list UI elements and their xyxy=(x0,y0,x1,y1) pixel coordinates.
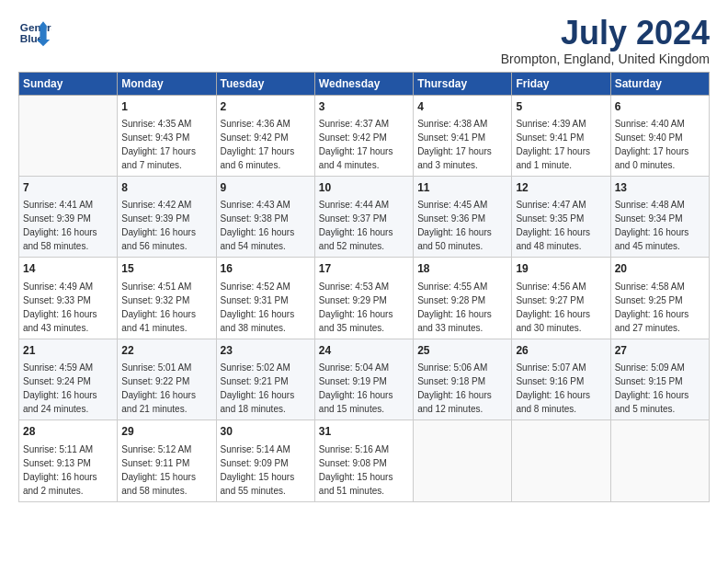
day-info: Sunrise: 5:06 AMSunset: 9:18 PMDaylight:… xyxy=(417,361,507,416)
calendar-cell: 28Sunrise: 5:11 AMSunset: 9:13 PMDayligh… xyxy=(19,420,118,501)
calendar-cell: 17Sunrise: 4:53 AMSunset: 9:29 PMDayligh… xyxy=(314,258,413,339)
day-number: 14 xyxy=(23,261,113,277)
calendar-table: SundayMondayTuesdayWednesdayThursdayFrid… xyxy=(18,72,710,502)
calendar-cell: 19Sunrise: 4:56 AMSunset: 9:27 PMDayligh… xyxy=(512,258,610,339)
day-number: 10 xyxy=(319,180,409,196)
day-info: Sunrise: 4:45 AMSunset: 9:36 PMDaylight:… xyxy=(417,198,507,253)
day-info: Sunrise: 4:44 AMSunset: 9:37 PMDaylight:… xyxy=(319,198,409,253)
day-info: Sunrise: 4:40 AMSunset: 9:40 PMDaylight:… xyxy=(615,117,705,172)
calendar-cell xyxy=(414,420,512,501)
col-header-thursday: Thursday xyxy=(414,72,512,95)
day-info: Sunrise: 5:11 AMSunset: 9:13 PMDaylight:… xyxy=(23,442,113,498)
day-info: Sunrise: 4:53 AMSunset: 9:29 PMDaylight:… xyxy=(319,280,409,335)
day-info: Sunrise: 4:48 AMSunset: 9:34 PMDaylight:… xyxy=(615,198,705,253)
calendar-cell: 6Sunrise: 4:40 AMSunset: 9:40 PMDaylight… xyxy=(610,95,709,176)
calendar-cell: 12Sunrise: 4:47 AMSunset: 9:35 PMDayligh… xyxy=(512,176,610,257)
day-number: 19 xyxy=(516,261,606,277)
logo-icon: General Blue xyxy=(18,15,51,48)
day-info: Sunrise: 4:56 AMSunset: 9:27 PMDaylight:… xyxy=(516,280,606,335)
day-info: Sunrise: 4:43 AMSunset: 9:38 PMDaylight:… xyxy=(221,198,311,253)
title-block: July 2024 Brompton, England, United King… xyxy=(501,15,710,66)
day-info: Sunrise: 5:04 AMSunset: 9:19 PMDaylight:… xyxy=(319,361,409,416)
day-number: 7 xyxy=(23,180,113,196)
day-number: 13 xyxy=(615,180,705,196)
day-number: 5 xyxy=(516,99,606,115)
calendar-cell: 31Sunrise: 5:16 AMSunset: 9:08 PMDayligh… xyxy=(314,420,413,501)
day-number: 1 xyxy=(121,99,211,115)
calendar-cell: 14Sunrise: 4:49 AMSunset: 9:33 PMDayligh… xyxy=(19,258,118,339)
day-number: 6 xyxy=(615,99,705,115)
day-number: 22 xyxy=(121,343,211,359)
calendar-cell: 9Sunrise: 4:43 AMSunset: 9:38 PMDaylight… xyxy=(216,176,314,257)
col-header-friday: Friday xyxy=(512,72,610,95)
day-number: 15 xyxy=(121,261,211,277)
calendar-week-row: 14Sunrise: 4:49 AMSunset: 9:33 PMDayligh… xyxy=(19,258,710,339)
day-info: Sunrise: 5:07 AMSunset: 9:16 PMDaylight:… xyxy=(516,361,606,416)
day-info: Sunrise: 4:37 AMSunset: 9:42 PMDaylight:… xyxy=(319,117,409,172)
calendar-week-row: 1Sunrise: 4:35 AMSunset: 9:43 PMDaylight… xyxy=(19,95,710,176)
day-number: 12 xyxy=(516,180,606,196)
day-info: Sunrise: 4:38 AMSunset: 9:41 PMDaylight:… xyxy=(417,117,507,172)
day-info: Sunrise: 4:51 AMSunset: 9:32 PMDaylight:… xyxy=(121,280,211,335)
calendar-cell: 13Sunrise: 4:48 AMSunset: 9:34 PMDayligh… xyxy=(610,176,709,257)
calendar-cell: 29Sunrise: 5:12 AMSunset: 9:11 PMDayligh… xyxy=(118,420,216,501)
calendar-cell xyxy=(610,420,709,501)
day-number: 27 xyxy=(615,343,705,359)
day-info: Sunrise: 4:58 AMSunset: 9:25 PMDaylight:… xyxy=(615,280,705,335)
col-header-sunday: Sunday xyxy=(19,72,118,95)
calendar-cell: 10Sunrise: 4:44 AMSunset: 9:37 PMDayligh… xyxy=(314,176,413,257)
calendar-cell: 18Sunrise: 4:55 AMSunset: 9:28 PMDayligh… xyxy=(414,258,512,339)
calendar-week-row: 21Sunrise: 4:59 AMSunset: 9:24 PMDayligh… xyxy=(19,339,710,419)
day-info: Sunrise: 5:12 AMSunset: 9:11 PMDaylight:… xyxy=(121,442,211,498)
day-number: 20 xyxy=(615,261,705,277)
calendar-cell: 8Sunrise: 4:42 AMSunset: 9:39 PMDaylight… xyxy=(118,176,216,257)
calendar-cell: 3Sunrise: 4:37 AMSunset: 9:42 PMDaylight… xyxy=(314,95,413,176)
day-info: Sunrise: 5:16 AMSunset: 9:08 PMDaylight:… xyxy=(319,442,409,498)
calendar-cell xyxy=(512,420,610,501)
calendar-cell: 30Sunrise: 5:14 AMSunset: 9:09 PMDayligh… xyxy=(216,420,314,501)
day-number: 9 xyxy=(221,180,311,196)
col-header-saturday: Saturday xyxy=(610,72,709,95)
day-number: 26 xyxy=(516,343,606,359)
calendar-cell: 11Sunrise: 4:45 AMSunset: 9:36 PMDayligh… xyxy=(414,176,512,257)
day-info: Sunrise: 5:02 AMSunset: 9:21 PMDaylight:… xyxy=(221,361,311,416)
day-info: Sunrise: 4:52 AMSunset: 9:31 PMDaylight:… xyxy=(221,280,311,335)
day-number: 4 xyxy=(417,99,507,115)
calendar-cell: 1Sunrise: 4:35 AMSunset: 9:43 PMDaylight… xyxy=(118,95,216,176)
calendar-cell xyxy=(19,95,118,176)
day-info: Sunrise: 5:01 AMSunset: 9:22 PMDaylight:… xyxy=(121,361,211,416)
calendar-week-row: 7Sunrise: 4:41 AMSunset: 9:39 PMDaylight… xyxy=(19,176,710,257)
day-info: Sunrise: 4:41 AMSunset: 9:39 PMDaylight:… xyxy=(23,198,113,253)
calendar-cell: 2Sunrise: 4:36 AMSunset: 9:42 PMDaylight… xyxy=(216,95,314,176)
calendar-week-row: 28Sunrise: 5:11 AMSunset: 9:13 PMDayligh… xyxy=(19,420,710,501)
calendar-cell: 26Sunrise: 5:07 AMSunset: 9:16 PMDayligh… xyxy=(512,339,610,419)
day-number: 18 xyxy=(417,261,507,277)
main-title: July 2024 xyxy=(501,15,710,52)
calendar-cell: 25Sunrise: 5:06 AMSunset: 9:18 PMDayligh… xyxy=(414,339,512,419)
logo: General Blue xyxy=(18,15,51,48)
calendar-header-row: SundayMondayTuesdayWednesdayThursdayFrid… xyxy=(19,72,710,95)
day-number: 29 xyxy=(121,424,211,440)
day-info: Sunrise: 5:09 AMSunset: 9:15 PMDaylight:… xyxy=(615,361,705,416)
calendar-cell: 7Sunrise: 4:41 AMSunset: 9:39 PMDaylight… xyxy=(19,176,118,257)
day-number: 3 xyxy=(319,99,409,115)
calendar-cell: 21Sunrise: 4:59 AMSunset: 9:24 PMDayligh… xyxy=(19,339,118,419)
col-header-tuesday: Tuesday xyxy=(216,72,314,95)
day-info: Sunrise: 4:55 AMSunset: 9:28 PMDaylight:… xyxy=(417,280,507,335)
day-number: 21 xyxy=(23,343,113,359)
day-info: Sunrise: 4:49 AMSunset: 9:33 PMDaylight:… xyxy=(23,280,113,335)
location-subtitle: Brompton, England, United Kingdom xyxy=(501,52,710,66)
calendar-cell: 27Sunrise: 5:09 AMSunset: 9:15 PMDayligh… xyxy=(610,339,709,419)
day-number: 2 xyxy=(221,99,311,115)
calendar-cell: 24Sunrise: 5:04 AMSunset: 9:19 PMDayligh… xyxy=(314,339,413,419)
day-info: Sunrise: 4:47 AMSunset: 9:35 PMDaylight:… xyxy=(516,198,606,253)
day-info: Sunrise: 5:14 AMSunset: 9:09 PMDaylight:… xyxy=(221,442,311,498)
day-number: 23 xyxy=(221,343,311,359)
calendar-cell: 5Sunrise: 4:39 AMSunset: 9:41 PMDaylight… xyxy=(512,95,610,176)
day-number: 11 xyxy=(417,180,507,196)
day-number: 28 xyxy=(23,424,113,440)
day-info: Sunrise: 4:59 AMSunset: 9:24 PMDaylight:… xyxy=(23,361,113,416)
day-info: Sunrise: 4:39 AMSunset: 9:41 PMDaylight:… xyxy=(516,117,606,172)
page-header: General Blue July 2024 Brompton, England… xyxy=(18,15,710,66)
day-number: 25 xyxy=(417,343,507,359)
